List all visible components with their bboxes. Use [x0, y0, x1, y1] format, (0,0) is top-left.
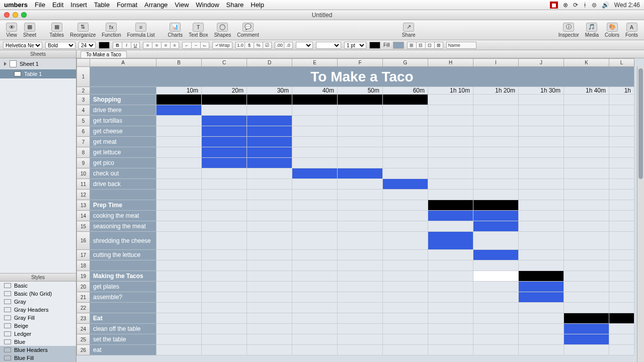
cell[interactable]: [247, 200, 292, 211]
cell[interactable]: [202, 292, 247, 303]
cell[interactable]: [564, 271, 609, 282]
cell[interactable]: [292, 158, 338, 168]
cell[interactable]: [564, 147, 609, 158]
font-family-select[interactable]: Helvetica Neue: [3, 42, 42, 49]
cell[interactable]: [428, 313, 473, 324]
cell[interactable]: [519, 282, 564, 292]
font-size-select[interactable]: 24: [78, 42, 96, 49]
cell[interactable]: [428, 137, 473, 147]
time-header[interactable]: 30m: [247, 87, 292, 95]
style-gray[interactable]: Gray: [0, 298, 76, 306]
cell[interactable]: [564, 345, 609, 355]
row-header[interactable]: 6: [77, 126, 90, 137]
col-header[interactable]: B: [156, 59, 202, 67]
cell[interactable]: [202, 282, 247, 292]
cell[interactable]: [292, 105, 338, 116]
cell[interactable]: [428, 324, 473, 334]
cell[interactable]: [292, 271, 338, 282]
cell[interactable]: [247, 158, 292, 168]
cell[interactable]: [156, 271, 202, 282]
cell[interactable]: [383, 260, 428, 271]
task-label-cell[interactable]: Making the Tacos: [90, 271, 156, 282]
cell[interactable]: [519, 190, 564, 200]
cell[interactable]: [609, 200, 634, 211]
cell[interactable]: [609, 324, 634, 334]
status-icon[interactable]: ⊗: [563, 2, 568, 9]
cell[interactable]: [519, 303, 564, 313]
cell-merge[interactable]: ⊞⊟⊡⊠: [407, 42, 443, 49]
name-field[interactable]: Name: [446, 42, 476, 49]
cell[interactable]: [428, 179, 473, 190]
cell[interactable]: [156, 232, 202, 250]
toolbar-view[interactable]: 👁View: [6, 23, 17, 38]
row-header[interactable]: 5: [77, 116, 90, 126]
toolbar-charts[interactable]: 📊Charts: [168, 23, 183, 38]
toolbar-function[interactable]: fxFunction: [102, 23, 121, 38]
cell[interactable]: [473, 221, 519, 232]
cell[interactable]: [473, 168, 519, 179]
task-label-cell[interactable]: seasoning the meat: [90, 221, 156, 232]
task-label-cell[interactable]: assemble?: [90, 292, 156, 303]
cell[interactable]: [292, 200, 338, 211]
cell[interactable]: [564, 190, 609, 200]
cell[interactable]: [609, 282, 634, 292]
task-label-cell[interactable]: check out: [90, 168, 156, 179]
cell[interactable]: [202, 324, 247, 334]
cell[interactable]: [473, 95, 519, 105]
cell[interactable]: [428, 292, 473, 303]
style-gray-fill[interactable]: Gray Fill: [0, 314, 76, 322]
cell[interactable]: [564, 168, 609, 179]
cell[interactable]: [383, 334, 428, 345]
menu-arrange[interactable]: Arrange: [144, 1, 168, 9]
cell[interactable]: [473, 179, 519, 190]
cell[interactable]: [519, 211, 564, 221]
cell[interactable]: [156, 137, 202, 147]
cell[interactable]: [247, 334, 292, 345]
cell[interactable]: [473, 313, 519, 324]
col-header[interactable]: E: [292, 59, 338, 67]
cell[interactable]: [383, 179, 428, 190]
wifi-icon[interactable]: ⊜: [592, 2, 597, 9]
cell[interactable]: [519, 260, 564, 271]
row-header[interactable]: 13: [77, 200, 90, 211]
cell[interactable]: [202, 260, 247, 271]
row-header[interactable]: 12: [77, 190, 90, 200]
line-width[interactable]: 1 pt: [344, 42, 366, 49]
cell[interactable]: [338, 116, 383, 126]
toolbar-sheet[interactable]: ▦Sheet: [23, 23, 36, 38]
row-header[interactable]: 1: [77, 67, 90, 87]
cell[interactable]: [609, 137, 634, 147]
row-header[interactable]: 4: [77, 105, 90, 116]
time-header[interactable]: 50m: [338, 87, 383, 95]
menu-window[interactable]: Window: [196, 1, 219, 9]
toolbar-formula-list[interactable]: ≡Formula List: [127, 23, 155, 38]
cell[interactable]: [519, 126, 564, 137]
cell[interactable]: [247, 116, 292, 126]
toolbar-colors[interactable]: 🎨Colors: [605, 23, 619, 38]
menu-share[interactable]: Share: [226, 1, 244, 9]
cell[interactable]: [519, 137, 564, 147]
cell[interactable]: [609, 190, 634, 200]
cell[interactable]: [156, 179, 202, 190]
cell[interactable]: [292, 292, 338, 303]
cell[interactable]: [156, 250, 202, 260]
col-header[interactable]: A: [90, 59, 156, 67]
cell[interactable]: [338, 250, 383, 260]
sheet-item[interactable]: Sheet 1: [0, 58, 76, 69]
cell[interactable]: [519, 334, 564, 345]
cell[interactable]: [202, 271, 247, 282]
cell[interactable]: [428, 158, 473, 168]
row-header[interactable]: 17: [77, 250, 90, 260]
style-blue-fill[interactable]: Blue Fill: [0, 354, 76, 362]
cell[interactable]: [473, 232, 519, 250]
cell[interactable]: [202, 211, 247, 221]
cell[interactable]: [338, 313, 383, 324]
cell[interactable]: [383, 345, 428, 355]
row-header[interactable]: 21: [77, 292, 90, 303]
cell[interactable]: [473, 147, 519, 158]
cell[interactable]: [519, 105, 564, 116]
cell[interactable]: [428, 250, 473, 260]
cell[interactable]: [383, 250, 428, 260]
cell[interactable]: [292, 260, 338, 271]
cell[interactable]: [473, 137, 519, 147]
